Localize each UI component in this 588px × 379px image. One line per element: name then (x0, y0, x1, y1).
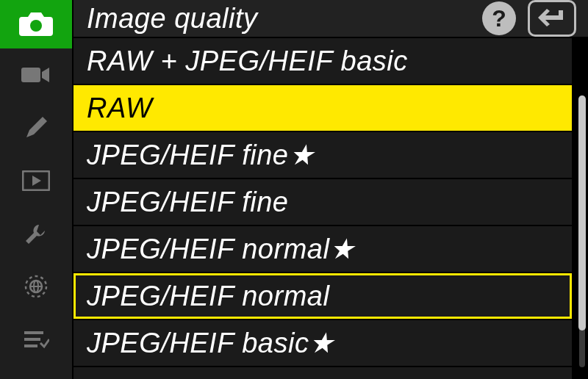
menu-category-sidebar (0, 0, 74, 379)
list-item-label: JPEG/HEIF normal★ (87, 233, 355, 265)
camera-menu-screen: Image quality ? RAW + JPEG/HEIF basic RA… (0, 0, 588, 379)
sidebar-tab-photo[interactable] (0, 0, 72, 48)
svg-rect-1 (21, 68, 40, 82)
page-title: Image quality (87, 3, 475, 35)
svg-point-0 (30, 20, 42, 32)
network-icon (23, 273, 49, 300)
sidebar-tab-playback[interactable] (0, 154, 72, 207)
quality-option-list: RAW + JPEG/HEIF basic RAW JPEG/HEIF fine… (74, 38, 588, 379)
back-button[interactable] (528, 0, 576, 37)
list-item[interactable]: JPEG/HEIF fine★ (74, 132, 572, 179)
list-item[interactable]: JPEG/HEIF normal★ (74, 226, 572, 273)
sidebar-tab-mymenu[interactable] (0, 313, 72, 366)
list-item-label: JPEG/HEIF basic★ (87, 327, 334, 359)
list-item[interactable]: JPEG/HEIF basic★ (74, 320, 572, 367)
list-item-label: JPEG/HEIF fine (87, 187, 289, 218)
main-panel: Image quality ? RAW + JPEG/HEIF basic RA… (74, 0, 588, 379)
scrollbar-thumb[interactable] (578, 95, 586, 331)
back-icon (537, 7, 567, 29)
list-item[interactable]: JPEG/HEIF normal (74, 273, 572, 320)
list-item-label: JPEG/HEIF fine★ (87, 139, 314, 171)
list-item-label: RAW (87, 93, 152, 124)
list-item[interactable] (74, 367, 572, 379)
wrench-icon (24, 222, 48, 245)
list-item[interactable]: JPEG/HEIF fine (74, 179, 572, 226)
menu-header: Image quality ? (74, 0, 588, 38)
help-icon: ? (492, 5, 506, 32)
list-item[interactable]: RAW (74, 85, 572, 132)
list-item[interactable]: RAW + JPEG/HEIF basic (74, 38, 572, 85)
list-item-label: JPEG/HEIF normal (87, 281, 329, 312)
sidebar-tab-setup[interactable] (0, 207, 72, 260)
sidebar-tab-network[interactable] (0, 260, 72, 313)
sidebar-tab-video[interactable] (0, 48, 72, 101)
camera-icon (19, 11, 53, 37)
playback-icon (22, 170, 50, 191)
sidebar-tab-custom[interactable] (0, 101, 72, 154)
pencil-icon (24, 115, 49, 140)
video-icon (21, 65, 51, 85)
list-item-label: RAW + JPEG/HEIF basic (87, 46, 408, 77)
mymenu-icon (23, 330, 49, 349)
help-button[interactable]: ? (482, 1, 516, 35)
